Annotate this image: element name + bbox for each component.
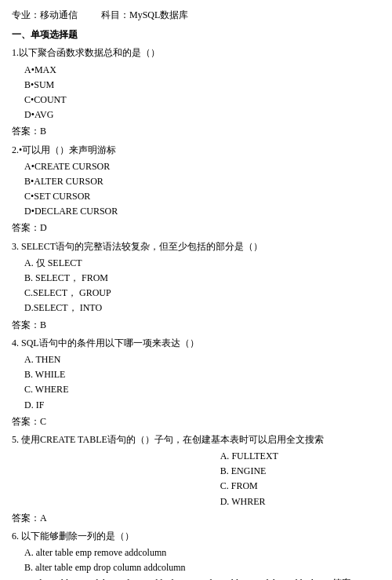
subject-label: 科目：MySQL数据库	[101, 8, 188, 23]
question-4: 4. SQL语句中的条件用以下哪一项来表达（） A. THEN B. WHILE…	[12, 336, 380, 429]
question-3-answer: 答案：B	[12, 318, 380, 333]
question-5-options-right: A. FULLTEXT B. ENGINE C. FROM D. WHRER	[220, 449, 380, 509]
question-3: 3. SELECT语句的完整语法较复杂，但至少包括的部分是（） A. 仅 SEL…	[12, 239, 380, 333]
question-2-answer: 答案：D	[12, 221, 380, 235]
question-5-answer: 答案：A	[12, 511, 380, 526]
question-3-text: 3. SELECT语句的完整语法较复杂，但至少包括的部分是（）	[12, 239, 380, 254]
header: 专业：移动通信 科目：MySQL数据库	[12, 8, 380, 23]
question-6-options: A. alter table emp remove addcolumn B. a…	[24, 545, 380, 580]
question-3-options: A. 仅 SELECT B. SELECT， FROM C.SELECT， GR…	[24, 256, 380, 316]
major-label: 专业：移动通信	[12, 8, 78, 23]
question-6-text: 6. 以下能够删除一列的是（）	[12, 529, 380, 544]
question-5: 5. 使用CREATE TABLE语句的（）子句，在创建基本表时可以启用全文搜索…	[12, 432, 380, 526]
section-title: 一、单项选择题	[12, 27, 380, 42]
question-5-layout: A. FULLTEXT B. ENGINE C. FROM D. WHRER	[12, 449, 380, 509]
question-6: 6. 以下能够删除一列的是（） A. alter table emp remov…	[12, 529, 380, 580]
question-4-answer: 答案：C	[12, 414, 380, 429]
question-5-text: 5. 使用CREATE TABLE语句的（）子句，在创建基本表时可以启用全文搜索	[12, 432, 380, 447]
question-1: 1.以下聚合函数求数据总和的是（） A•MAX B•SUM C•COUNT D•…	[12, 46, 380, 139]
question-5-options	[24, 449, 220, 509]
question-4-options: A. THEN B. WHILE C. WHERE D. IF	[24, 352, 380, 413]
question-1-options: A•MAX B•SUM C•COUNT D•AVG	[24, 63, 380, 123]
question-2: 2.•可以用（）来声明游标 A•CREATE CURSOR B•ALTER CU…	[12, 143, 380, 236]
question-4-text: 4. SQL语句中的条件用以下哪一项来表达（）	[12, 336, 380, 351]
question-2-options: A•CREATE CURSOR B•ALTER CURSOR C•SET CUR…	[24, 159, 380, 220]
question-1-text: 1.以下聚合函数求数据总和的是（）	[12, 46, 380, 60]
question-2-text: 2.•可以用（）来声明游标	[12, 143, 380, 158]
question-1-answer: 答案：B	[12, 124, 380, 139]
